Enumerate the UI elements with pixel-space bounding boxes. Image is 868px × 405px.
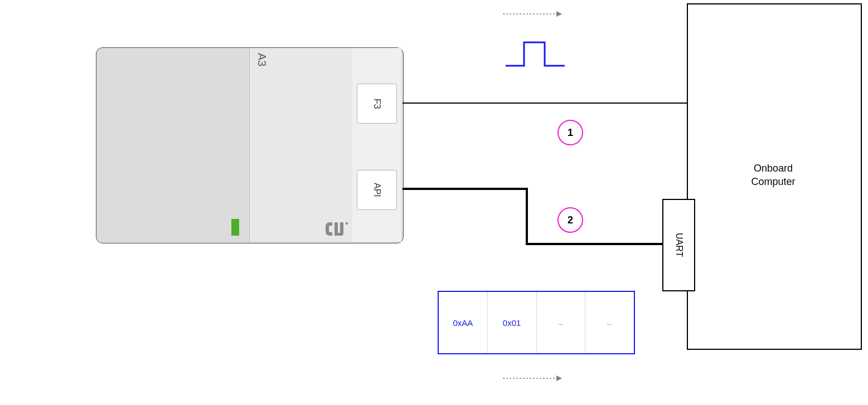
svg-rect-0 bbox=[334, 222, 338, 236]
annotation-circle-1-text: 1 bbox=[568, 127, 573, 139]
port-api: API bbox=[357, 170, 397, 210]
a3-label: A3 bbox=[255, 53, 268, 66]
pulse-waveform-icon bbox=[505, 39, 566, 70]
port-f3-label: F3 bbox=[372, 99, 382, 109]
packet-cell-1: 0x01 bbox=[488, 292, 537, 353]
dji-logo-icon bbox=[323, 220, 349, 240]
packet-cell-2: ... bbox=[537, 292, 586, 353]
svg-rect-2 bbox=[346, 222, 348, 225]
packet-cell-3: ... bbox=[585, 292, 634, 353]
port-panel bbox=[352, 48, 401, 242]
annotation-circle-2-text: 2 bbox=[568, 214, 573, 226]
packet-cell-0-text: 0xAA bbox=[453, 318, 473, 328]
packet-cell-2-text: ... bbox=[558, 319, 563, 326]
annotation-circle-2: 2 bbox=[557, 207, 583, 233]
port-api-label: API bbox=[372, 183, 382, 197]
packet-table: 0xAA 0x01 ... ... bbox=[438, 291, 635, 354]
a3-led-indicator bbox=[231, 219, 239, 236]
onboard-label-line1: Onboard bbox=[754, 163, 793, 174]
port-f3: F3 bbox=[357, 84, 397, 124]
uart-port: UART bbox=[662, 199, 695, 291]
annotation-circle-1: 1 bbox=[557, 120, 583, 145]
a3-right-panel bbox=[249, 48, 353, 242]
packet-cell-3-text: ... bbox=[607, 319, 612, 326]
top-direction-arrow-icon bbox=[502, 10, 569, 20]
bottom-direction-arrow-icon bbox=[502, 374, 569, 384]
svg-rect-1 bbox=[340, 222, 343, 232]
uart-label: UART bbox=[674, 233, 684, 257]
packet-cell-1-text: 0x01 bbox=[503, 318, 521, 328]
connection-line-f3 bbox=[403, 103, 687, 104]
packet-cell-0: 0xAA bbox=[439, 292, 488, 353]
onboard-label-line2: Computer bbox=[751, 176, 795, 187]
onboard-computer-label: Onboard Computer bbox=[687, 162, 860, 189]
